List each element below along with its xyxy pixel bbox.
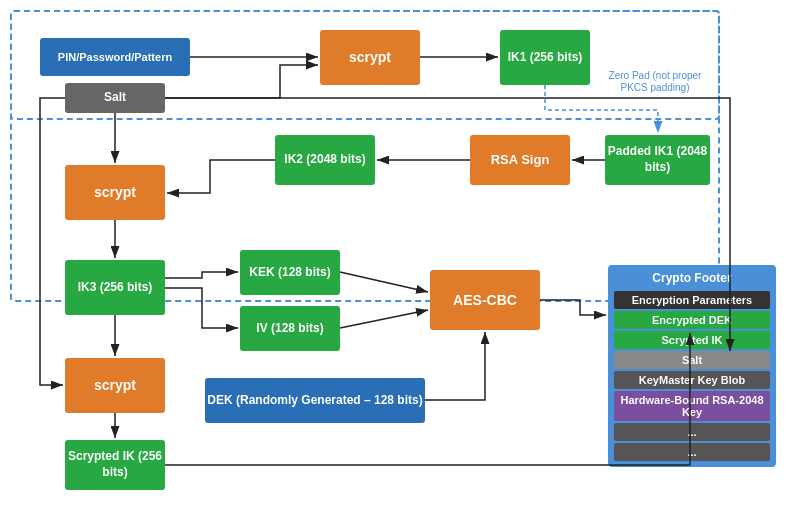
- crypto-footer-title: Crypto Footer: [610, 267, 774, 289]
- scrypted-ik-box: Scrypted IK (256 bits): [65, 440, 165, 490]
- cf-scrypted-ik: Scrypted IK: [614, 331, 770, 349]
- aes-cbc-box: AES-CBC: [430, 270, 540, 330]
- scrypt2-box: scrypt: [65, 165, 165, 220]
- cf-salt: Salt: [614, 351, 770, 369]
- iv-box: IV (128 bits): [240, 306, 340, 351]
- salt-box: Salt: [65, 83, 165, 113]
- kek-box: KEK (128 bits): [240, 250, 340, 295]
- cf-encryption-params: Encryption Parameters: [614, 291, 770, 309]
- crypto-footer: Crypto Footer Encryption Parameters Encr…: [608, 265, 776, 467]
- rsa-sign-box: RSA Sign: [470, 135, 570, 185]
- cf-ellipsis1: ...: [614, 423, 770, 441]
- ik1-box: IK1 (256 bits): [500, 30, 590, 85]
- pin-box: PIN/Password/Pattern: [40, 38, 190, 76]
- cf-keymaster: KeyMaster Key Blob: [614, 371, 770, 389]
- cf-encrypted-dek: Encrypted DEK: [614, 311, 770, 329]
- scrypt3-box: scrypt: [65, 358, 165, 413]
- zero-pad-label: Zero Pad (not proper PKCS padding): [605, 70, 705, 94]
- ik3-box: IK3 (256 bits): [65, 260, 165, 315]
- cf-hw-rsa: Hardware-Bound RSA-2048 Key: [614, 391, 770, 421]
- dek-box: DEK (Randomly Generated – 128 bits): [205, 378, 425, 423]
- ik2-box: IK2 (2048 bits): [275, 135, 375, 185]
- padded-ik1-box: Padded IK1 (2048 bits): [605, 135, 710, 185]
- cf-ellipsis2: ...: [614, 443, 770, 461]
- scrypt1-box: scrypt: [320, 30, 420, 85]
- diagram-container: PIN/Password/Pattern Salt scrypt IK1 (25…: [10, 10, 788, 495]
- svg-line-7: [340, 272, 428, 292]
- svg-line-8: [340, 310, 428, 328]
